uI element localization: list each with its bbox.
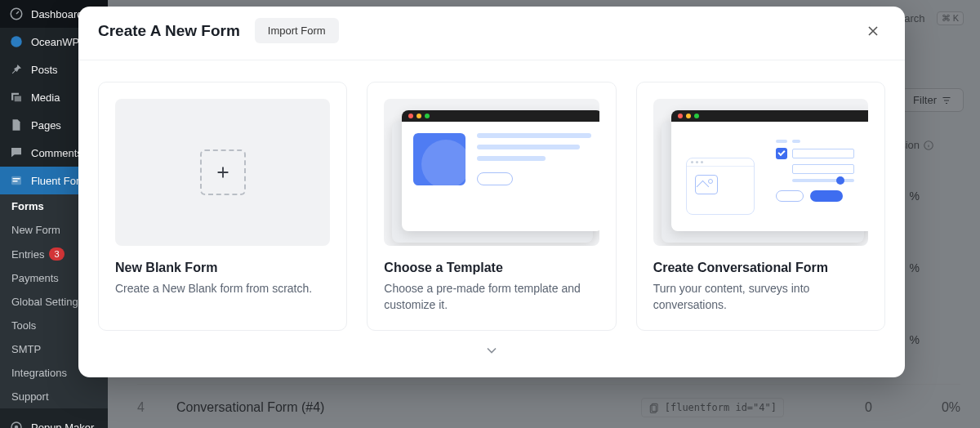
image-placeholder-icon bbox=[413, 133, 466, 185]
import-form-button[interactable]: Import Form bbox=[255, 18, 339, 43]
sidebar-item-popup-maker[interactable]: Popup Maker bbox=[0, 413, 108, 428]
close-button[interactable] bbox=[861, 19, 885, 43]
conversational-illustration bbox=[653, 99, 868, 246]
svg-point-1 bbox=[11, 36, 22, 47]
sidebar-sub-label: Support bbox=[11, 390, 49, 403]
card-desc: Turn your content, surveys into conversa… bbox=[653, 280, 868, 314]
dashboard-icon bbox=[8, 6, 24, 22]
card-title: New Blank Form bbox=[115, 261, 330, 275]
sidebar-sub-label: Tools bbox=[11, 319, 36, 332]
card-desc: Create a New Blank form from scratch. bbox=[115, 280, 330, 296]
comments-icon bbox=[8, 145, 24, 161]
sidebar-item-label: Comments bbox=[31, 147, 82, 159]
popupmaker-icon bbox=[8, 419, 24, 428]
sidebar-item-label: Pages bbox=[31, 119, 61, 132]
sidebar-sub-support[interactable]: Support bbox=[0, 385, 108, 408]
sidebar-sub-label: Payments bbox=[11, 272, 59, 284]
sidebar-sub-label: New Form bbox=[11, 224, 60, 236]
entries-badge: 3 bbox=[49, 247, 64, 261]
pin-icon bbox=[8, 61, 24, 78]
sidebar-sub-label: Integrations bbox=[11, 367, 67, 379]
sidebar-item-label: Popup Maker bbox=[31, 421, 94, 429]
sidebar-sub-label: Global Settings bbox=[11, 296, 83, 308]
sidebar-item-label: Posts bbox=[31, 64, 58, 76]
sidebar-sub-label: SMTP bbox=[11, 343, 41, 355]
plus-icon bbox=[214, 163, 232, 181]
sidebar-item-label: OceanWP bbox=[31, 36, 79, 48]
card-title: Choose a Template bbox=[384, 261, 599, 275]
chevron-down-icon bbox=[481, 342, 502, 359]
checkbox-icon bbox=[776, 148, 787, 159]
expand-more[interactable] bbox=[78, 331, 905, 359]
sidebar-item-label: Dashboard bbox=[31, 8, 83, 20]
card-conversational-form[interactable]: Create Conversational Form Turn your con… bbox=[636, 82, 885, 331]
template-illustration bbox=[384, 99, 599, 246]
svg-rect-3 bbox=[13, 178, 20, 180]
close-icon bbox=[865, 23, 881, 39]
card-title: Create Conversational Form bbox=[653, 261, 868, 275]
svg-rect-4 bbox=[13, 181, 18, 182]
sidebar-item-label: Media bbox=[31, 91, 60, 104]
card-desc: Choose a pre-made form template and cust… bbox=[384, 280, 599, 314]
sidebar-sub-label: Entries bbox=[11, 248, 44, 261]
dashed-plus-box bbox=[200, 149, 246, 195]
modal-header: Create A New Form Import Form bbox=[78, 7, 905, 60]
image-outline-icon bbox=[695, 175, 718, 194]
fluentforms-icon bbox=[8, 172, 24, 189]
blank-form-illustration bbox=[115, 99, 330, 246]
modal-title: Create A New Form bbox=[98, 22, 240, 40]
sidebar-sub-label: Forms bbox=[11, 200, 44, 212]
create-form-modal: Create A New Form Import Form New Blank … bbox=[78, 7, 905, 377]
media-icon bbox=[8, 89, 24, 105]
card-blank-form[interactable]: New Blank Form Create a New Blank form f… bbox=[98, 82, 347, 331]
form-type-cards: New Blank Form Create a New Blank form f… bbox=[78, 60, 905, 331]
oceanwp-icon bbox=[8, 33, 24, 50]
pages-icon bbox=[8, 117, 24, 133]
card-choose-template[interactable]: Choose a Template Choose a pre-made form… bbox=[367, 82, 616, 331]
